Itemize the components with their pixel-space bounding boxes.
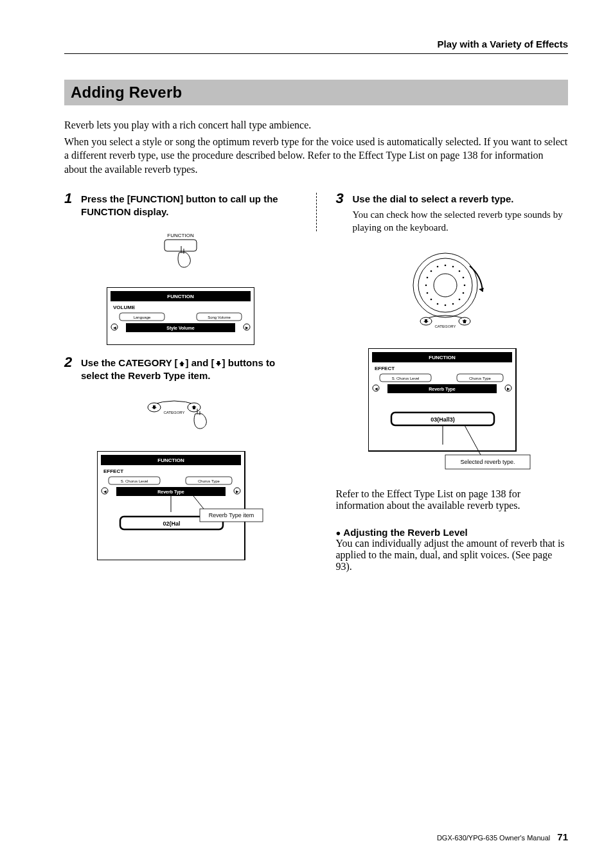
footer-text: DGX-630/YPG-635 Owner's Manual xyxy=(437,834,550,842)
column-separator xyxy=(316,193,317,231)
svg-text:◀: ◀ xyxy=(103,490,106,493)
svg-point-39 xyxy=(464,285,466,287)
step-2: 2 Use the CATEGORY [] and [] buttons to … xyxy=(64,357,297,382)
callout-selected-reverb-type: Selected reverb type. xyxy=(461,459,515,465)
svg-point-37 xyxy=(427,277,429,279)
lcd-value-3: 03(Hall3) xyxy=(431,416,455,423)
subsection-heading-text: Adjusting the Reverb Level xyxy=(343,527,467,538)
lcd-center: Style Volume xyxy=(166,326,195,331)
svg-point-43 xyxy=(452,303,454,305)
category-up-icon xyxy=(178,360,186,368)
step-2-title-a: Use the CATEGORY [ xyxy=(81,357,178,368)
figure-function-button: FUNCTION xyxy=(64,231,297,276)
callout-reverb-type-item: Reverb Type item xyxy=(209,512,254,518)
step-number-3: 3 xyxy=(336,190,344,207)
category-label-3: CATEGORY xyxy=(435,324,456,328)
svg-text:▶: ▶ xyxy=(235,490,238,493)
step-3-title: Use the dial to select a reverb type. xyxy=(353,193,569,206)
svg-rect-50 xyxy=(368,348,516,451)
figure-lcd-reverb-type-item: FUNCTION EFFECT S. Chorus Level Chorus T… xyxy=(64,451,297,560)
lcd-section-effect: EFFECT xyxy=(103,468,123,474)
step-2-title: Use the CATEGORY [] and [] buttons to se… xyxy=(81,357,297,382)
lcd-right: Song Volume xyxy=(208,315,231,319)
svg-point-47 xyxy=(445,305,447,306)
svg-point-32 xyxy=(445,265,447,267)
lcd-value-2: 02(Hal xyxy=(163,520,180,527)
category-label: CATEGORY xyxy=(163,411,184,414)
bullet-icon: ● xyxy=(336,528,341,538)
svg-rect-0 xyxy=(164,240,197,251)
figure-category-buttons: CATEGORY xyxy=(64,394,297,439)
svg-text:◀: ◀ xyxy=(112,326,116,330)
figure-lcd-selected-reverb: FUNCTION EFFECT S. Chorus Level Chorus T… xyxy=(336,348,569,477)
lcd-left-3: S. Chorus Level xyxy=(392,376,420,380)
svg-point-41 xyxy=(463,292,465,294)
svg-point-42 xyxy=(459,299,461,301)
svg-text:◀: ◀ xyxy=(375,387,378,391)
section-heading-adding-reverb: Adding Reverb xyxy=(64,80,568,105)
svg-point-36 xyxy=(431,270,432,272)
lcd-center-3: Reverb Type xyxy=(429,387,456,392)
lcd-title: FUNCTION xyxy=(167,294,194,299)
svg-point-44 xyxy=(437,303,439,305)
svg-point-40 xyxy=(425,285,427,287)
page-footer: DGX-630/YPG-635 Owner's Manual 71 xyxy=(437,831,568,842)
function-button-label: FUNCTION xyxy=(167,233,194,238)
page-number: 71 xyxy=(557,831,568,842)
lcd-right-3: Chorus Type xyxy=(469,376,492,380)
svg-point-33 xyxy=(452,266,454,268)
intro-text: Reverb lets you play with a rich concert… xyxy=(64,118,568,176)
step-number-2: 2 xyxy=(64,354,72,371)
figure-dial: CATEGORY xyxy=(336,247,569,337)
svg-point-29 xyxy=(413,253,477,317)
intro-paragraph-2: When you select a style or song the opti… xyxy=(64,135,568,177)
svg-text:▶: ▶ xyxy=(245,326,248,330)
svg-text:▶: ▶ xyxy=(507,387,510,391)
header-rule xyxy=(64,53,568,54)
lcd-center-2: Reverb Type xyxy=(157,490,184,495)
figure-lcd-volume: FUNCTION VOLUME Language Song Volume ◀ ▶… xyxy=(64,287,297,345)
lcd-section-volume: VOLUME xyxy=(113,305,136,310)
step-2-title-b: ] and [ xyxy=(186,357,215,368)
step-3-after: Refer to the Effect Type List on page 13… xyxy=(336,488,569,511)
step-3: 3 Use the dial to select a reverb type. … xyxy=(336,193,569,234)
svg-point-35 xyxy=(437,266,439,268)
lcd-left: Language xyxy=(133,315,150,319)
step-number-1: 1 xyxy=(64,190,72,207)
svg-point-34 xyxy=(459,270,461,272)
subsection-body: You can individually adjust the amount o… xyxy=(336,538,569,572)
subsection-heading: ●Adjusting the Reverb Level xyxy=(336,527,569,538)
svg-point-38 xyxy=(463,277,465,279)
svg-point-31 xyxy=(434,274,457,297)
lcd-left-2: S. Chorus Level xyxy=(120,479,148,483)
intro-paragraph-1: Reverb lets you play with a rich concert… xyxy=(64,118,568,132)
lcd-right-2: Chorus Type xyxy=(198,479,220,483)
category-down-icon xyxy=(215,360,222,368)
step-1-title: Press the [FUNCTION] button to call up t… xyxy=(81,193,297,218)
svg-point-45 xyxy=(431,299,432,301)
svg-point-46 xyxy=(427,292,429,294)
lcd-title-3: FUNCTION xyxy=(429,355,456,360)
lcd-title-2: FUNCTION xyxy=(157,457,184,463)
step-1: 1 Press the [FUNCTION] button to call up… xyxy=(64,193,297,218)
page-section-title: Play with a Variety of Effects xyxy=(64,39,568,49)
lcd-section-effect-3: EFFECT xyxy=(375,366,395,371)
step-3-body: You can check how the selected reverb ty… xyxy=(353,208,569,235)
